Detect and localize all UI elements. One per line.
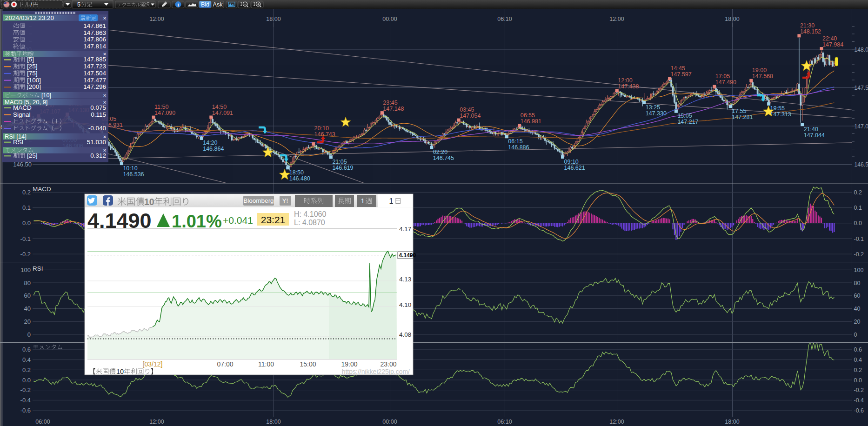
- svg-text:14:20: 14:20: [203, 140, 217, 146]
- svg-text:18:00: 18:00: [725, 16, 739, 22]
- svg-text:100: 100: [20, 266, 31, 273]
- svg-text:51.030: 51.030: [87, 139, 106, 146]
- svg-text:15:00: 15:00: [300, 360, 316, 368]
- svg-text:146.5: 146.5: [855, 161, 868, 168]
- svg-text:18:00: 18:00: [266, 419, 280, 425]
- svg-text:11:00: 11:00: [258, 360, 274, 368]
- svg-text:00:00: 00:00: [382, 419, 397, 425]
- svg-text:12:00: 12:00: [149, 16, 164, 22]
- svg-text:-0.6: -0.6: [20, 407, 31, 414]
- svg-text:147.438: 147.438: [618, 83, 639, 90]
- svg-text:0.2: 0.2: [22, 366, 31, 373]
- svg-text:147.885: 147.885: [83, 56, 106, 63]
- svg-text:0.6: 0.6: [22, 346, 31, 353]
- svg-text:12:00: 12:00: [609, 16, 624, 22]
- svg-text:147.044: 147.044: [804, 132, 825, 139]
- svg-text:Bid: Bid: [201, 1, 209, 8]
- svg-text:×: ×: [103, 15, 106, 21]
- svg-text:147.148: 147.148: [383, 106, 404, 112]
- svg-text:×: ×: [103, 93, 106, 98]
- svg-text:i: i: [177, 2, 179, 7]
- svg-text:148.152: 148.152: [800, 28, 821, 35]
- svg-text:-0.040: -0.040: [88, 125, 106, 132]
- svg-text:/: /: [31, 1, 33, 8]
- svg-text:-0.1: -0.1: [854, 236, 864, 242]
- svg-text:146.480: 146.480: [289, 175, 310, 182]
- svg-text:14:50: 14:50: [212, 104, 227, 110]
- svg-text:60: 60: [24, 292, 31, 299]
- svg-text:4.13: 4.13: [399, 276, 411, 283]
- svg-text:100: 100: [854, 267, 864, 273]
- svg-text:146.621: 146.621: [564, 165, 585, 171]
- svg-text:10:10: 10:10: [123, 165, 137, 172]
- svg-text:20: 20: [854, 319, 861, 325]
- svg-text:0.2: 0.2: [854, 367, 862, 373]
- svg-text:147.568: 147.568: [752, 73, 773, 80]
- svg-text:[10]: [10]: [41, 92, 51, 99]
- svg-text:MACD: MACD: [33, 186, 51, 193]
- svg-text:4.1490: 4.1490: [87, 209, 152, 233]
- svg-text:60: 60: [854, 293, 861, 299]
- svg-text:06:00: 06:00: [35, 419, 50, 425]
- svg-text:07:00: 07:00: [217, 360, 233, 368]
- svg-text:147.984: 147.984: [822, 41, 843, 48]
- svg-text:147.054: 147.054: [460, 113, 481, 119]
- svg-text:18:50: 18:50: [289, 169, 304, 176]
- svg-text:13:25: 13:25: [646, 104, 660, 111]
- svg-text:06:55: 06:55: [521, 112, 535, 119]
- svg-text:147.861: 147.861: [83, 22, 106, 29]
- svg-text:[25]: [25]: [27, 63, 38, 70]
- svg-text:12:00: 12:00: [618, 77, 632, 84]
- svg-text:4.1490: 4.1490: [399, 252, 416, 259]
- svg-text:10: 10: [144, 197, 154, 207]
- svg-text:20:10: 20:10: [314, 125, 329, 132]
- svg-text:80: 80: [854, 280, 861, 286]
- svg-text:0.0: 0.0: [854, 377, 862, 384]
- svg-text:-0.4: -0.4: [854, 397, 864, 404]
- svg-text:03:45: 03:45: [460, 106, 474, 113]
- svg-text:23:00: 23:00: [380, 360, 396, 368]
- svg-text:21:30: 21:30: [800, 22, 815, 29]
- svg-text:11:50: 11:50: [154, 104, 168, 110]
- svg-text:147.296: 147.296: [83, 83, 106, 90]
- svg-text:0.1: 0.1: [854, 205, 862, 211]
- svg-text:146.886: 146.886: [508, 144, 529, 151]
- svg-text:-0.2: -0.2: [20, 251, 31, 258]
- svg-text:Signal: Signal: [13, 111, 31, 118]
- svg-text:09:10: 09:10: [564, 159, 579, 165]
- svg-text:H: 4.1060: H: 4.1060: [294, 210, 326, 218]
- svg-text:17:55: 17:55: [732, 108, 746, 114]
- svg-text:0: 0: [27, 331, 31, 338]
- svg-text:0.2: 0.2: [854, 189, 862, 196]
- svg-text:4.10: 4.10: [399, 301, 411, 308]
- svg-text:146.536: 146.536: [123, 171, 144, 178]
- svg-text:12:00: 12:00: [609, 419, 624, 425]
- svg-text:00:00: 00:00: [382, 16, 397, 22]
- svg-text:0.2: 0.2: [22, 189, 31, 196]
- svg-text:10: 10: [116, 368, 124, 375]
- svg-text:L: 4.0870: L: 4.0870: [294, 219, 325, 226]
- svg-text:147.490: 147.490: [715, 79, 736, 86]
- svg-text:23:21: 23:21: [261, 214, 286, 225]
- svg-text:4.08: 4.08: [399, 331, 411, 338]
- svg-text:-0.1: -0.1: [20, 235, 31, 242]
- svg-text:-0.6: -0.6: [854, 407, 864, 414]
- svg-text:147.0: 147.0: [855, 123, 868, 130]
- svg-text:15:05: 15:05: [677, 113, 692, 119]
- svg-text:2024/03/12 23:20: 2024/03/12 23:20: [5, 14, 54, 21]
- svg-text:5: 5: [77, 1, 80, 8]
- svg-text:147.597: 147.597: [671, 71, 692, 78]
- svg-text:22:40: 22:40: [822, 35, 837, 42]
- svg-text:146.981: 146.981: [521, 118, 541, 125]
- svg-text:0.4: 0.4: [22, 356, 31, 363]
- svg-text:146.864: 146.864: [203, 146, 224, 152]
- svg-text:1: 1: [361, 197, 365, 205]
- svg-text:06:10: 06:10: [497, 419, 512, 425]
- svg-text:40: 40: [854, 306, 861, 312]
- svg-text:-0.2: -0.2: [20, 386, 31, 393]
- svg-text:19:00: 19:00: [752, 67, 767, 73]
- svg-text:[03/12]: [03/12]: [143, 360, 163, 368]
- svg-text:MACD: MACD: [13, 104, 32, 111]
- svg-text:0.0: 0.0: [854, 220, 862, 226]
- svg-text:[200]: [200]: [27, 83, 41, 90]
